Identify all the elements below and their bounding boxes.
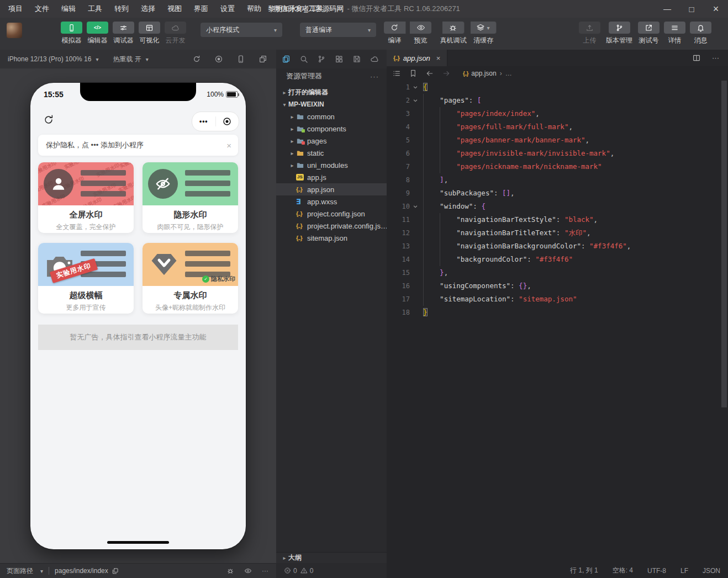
- feature-card-4[interactable]: ✓隐私水印专属水印头像+昵称就能制作水印: [143, 243, 238, 314]
- toolbar-button-visualization[interactable]: 可视化: [136, 22, 162, 45]
- more-actions-icon[interactable]: ···: [370, 72, 379, 81]
- minimize-icon[interactable]: —: [655, 0, 679, 18]
- tree-item-app.json[interactable]: {..}app.json: [276, 183, 387, 195]
- cursor-position[interactable]: 行 1, 列 1: [570, 566, 598, 575]
- code-line-18[interactable]: 18}: [387, 306, 728, 319]
- code-line-2[interactable]: 2 "pages": [: [387, 94, 728, 107]
- code-line-14[interactable]: 14 "backgroundColor": "#f3f4f6": [387, 253, 728, 266]
- eol-setting[interactable]: LF: [680, 567, 688, 575]
- menu-item-微信开发者工具[interactable]: 微信开发者工具: [268, 2, 329, 15]
- code-line-1[interactable]: 1{: [387, 81, 728, 94]
- code-line-4[interactable]: 4 "pages/full-mark/full-mark",: [387, 120, 728, 134]
- search-icon[interactable]: [299, 55, 308, 63]
- close-icon[interactable]: ×: [704, 0, 728, 18]
- code-line-15[interactable]: 15 },: [387, 266, 728, 279]
- toolbar-button-debugger[interactable]: 调试器: [110, 22, 136, 45]
- maximize-icon[interactable]: □: [679, 0, 704, 18]
- hot-reload-toggle[interactable]: 热重载 开▾: [109, 52, 151, 66]
- more-actions-icon[interactable]: ···: [262, 567, 268, 575]
- close-icon[interactable]: ×: [226, 141, 231, 150]
- bookmark-icon[interactable]: [409, 69, 418, 78]
- mode-select[interactable]: 小程序模式▾: [201, 23, 282, 37]
- menu-item-界面[interactable]: 界面: [189, 2, 213, 15]
- code-line-11[interactable]: 11 "navigationBarTextStyle": "black",: [387, 213, 728, 226]
- code-line-7[interactable]: 7 "pages/nickname-mark/nickname-mark": [387, 160, 728, 173]
- code-line-16[interactable]: 16 "usingComponents": {},: [387, 279, 728, 293]
- tab-app-json[interactable]: {..} app.json ×: [387, 50, 447, 66]
- code-line-5[interactable]: 5 "pages/banner-mark/banner-mark",: [387, 134, 728, 147]
- toolbar-button-details[interactable]: 详情: [662, 22, 688, 45]
- split-editor-icon[interactable]: [692, 54, 701, 62]
- feature-card-1[interactable]: 实验用水印实验用水印实验用水印实验用水印实验用水印实验用水印实验用水印实验用水印…: [38, 162, 134, 233]
- menu-item-文件[interactable]: 文件: [30, 2, 54, 15]
- menu-item-帮助[interactable]: 帮助: [242, 2, 266, 15]
- fold-chevron-icon[interactable]: [410, 81, 421, 94]
- tree-item-project.private.config.js…[interactable]: {..}project.private.config.js…: [276, 220, 387, 232]
- copy-icon[interactable]: [112, 568, 119, 575]
- breadcrumb-file[interactable]: {..} app.json › …: [463, 70, 512, 77]
- more-actions-icon[interactable]: ···: [712, 54, 719, 62]
- close-tab-icon[interactable]: ×: [436, 54, 441, 62]
- tree-item-static[interactable]: ▸static: [276, 147, 387, 159]
- language-mode[interactable]: JSON: [703, 567, 720, 575]
- tree-item-pages[interactable]: ▸pages: [276, 135, 387, 147]
- extensions-icon[interactable]: [335, 55, 344, 63]
- page-path-select[interactable]: 页面路径▾: [7, 566, 43, 576]
- clear-cache-button[interactable]: ▾ 清缓存: [468, 22, 498, 45]
- encoding-setting[interactable]: UTF-8: [647, 567, 666, 575]
- fold-chevron-icon[interactable]: [410, 200, 421, 213]
- rotate-device-icon[interactable]: [192, 55, 201, 63]
- code-line-12[interactable]: 12 "navigationBarTitleText": "水印",: [387, 226, 728, 240]
- feature-card-3[interactable]: 实验用水印超级横幅更多用于宣传: [38, 243, 134, 314]
- toolbar-button-version-control[interactable]: 版本管理: [603, 22, 636, 45]
- tree-item-MP-WEIXIN[interactable]: ▾MP-WEIXIN: [276, 98, 387, 110]
- vconsole-bug-icon[interactable]: [226, 567, 234, 575]
- tree-item-uni_modules[interactable]: ▸uni_modules: [276, 159, 387, 171]
- code-line-17[interactable]: 17 "sitemapLocation": "sitemap.json": [387, 293, 728, 306]
- npm-save-icon[interactable]: [352, 55, 361, 63]
- menu-item-视图[interactable]: 视图: [162, 2, 187, 15]
- problems-indicator[interactable]: 0 0: [276, 563, 387, 578]
- tree-item-common[interactable]: ▸common: [276, 110, 387, 123]
- code-line-13[interactable]: 13 "navigationBarBackgroundColor": "#f3f…: [387, 240, 728, 253]
- tree-item-project.config.json[interactable]: {..}project.config.json: [276, 208, 387, 220]
- feature-card-2[interactable]: 隐形水印肉眼不可见，隐形保护: [143, 162, 238, 233]
- outline-section[interactable]: ▸ 大纲: [276, 552, 387, 563]
- tree-item-app.js[interactable]: JSapp.js: [276, 171, 387, 183]
- tree-item-打开的编辑器[interactable]: ▸打开的编辑器: [276, 86, 387, 98]
- toolbar-button-cloud-dev[interactable]: 云开发: [162, 22, 188, 45]
- tree-item-sitemap.json[interactable]: {..}sitemap.json: [276, 232, 387, 244]
- files-icon[interactable]: [282, 55, 291, 63]
- tree-item-components[interactable]: ▸components: [276, 123, 387, 135]
- code-line-9[interactable]: 9 "subPackages": [],: [387, 187, 728, 200]
- user-avatar[interactable]: [7, 23, 22, 38]
- toolbar-button-messages[interactable]: 消息: [688, 22, 714, 45]
- preview-button[interactable]: 预览: [408, 22, 434, 45]
- device-debug-button[interactable]: 真机调试: [440, 22, 466, 45]
- code-line-10[interactable]: 10 "window": {: [387, 200, 728, 213]
- code-line-8[interactable]: 8 ],: [387, 173, 728, 187]
- indentation-setting[interactable]: 空格: 4: [613, 566, 633, 575]
- page-refresh-icon[interactable]: [43, 114, 55, 126]
- editor-scrollbar[interactable]: [721, 81, 727, 407]
- code-line-3[interactable]: 3 "pages/index/index",: [387, 107, 728, 120]
- cloud-icon[interactable]: [370, 55, 379, 63]
- toolbar-button-editor[interactable]: </>编辑器: [85, 22, 110, 45]
- menu-item-转到[interactable]: 转到: [109, 2, 134, 15]
- compile-button[interactable]: 编译: [382, 22, 408, 45]
- menu-item-工具[interactable]: 工具: [83, 2, 107, 15]
- git-branch-icon[interactable]: [317, 55, 326, 63]
- menu-item-设置[interactable]: 设置: [215, 2, 240, 15]
- fold-chevron-icon[interactable]: [410, 94, 421, 107]
- device-select[interactable]: iPhone 12/13 (Pro) 100% 16▾: [4, 53, 102, 65]
- navigate-forward-icon[interactable]: [442, 69, 451, 78]
- more-menu-icon[interactable]: •••: [192, 118, 215, 125]
- toolbar-button-test-account[interactable]: 测试号: [636, 22, 662, 45]
- close-target-icon[interactable]: [216, 116, 239, 126]
- capsule-button[interactable]: •••: [192, 112, 239, 131]
- detach-window-icon[interactable]: [259, 55, 267, 63]
- toolbar-button-simulator[interactable]: 模拟器: [59, 22, 85, 45]
- navigate-back-icon[interactable]: [425, 69, 434, 78]
- menu-item-选择[interactable]: 选择: [136, 2, 160, 15]
- preview-eye-icon[interactable]: [244, 567, 252, 575]
